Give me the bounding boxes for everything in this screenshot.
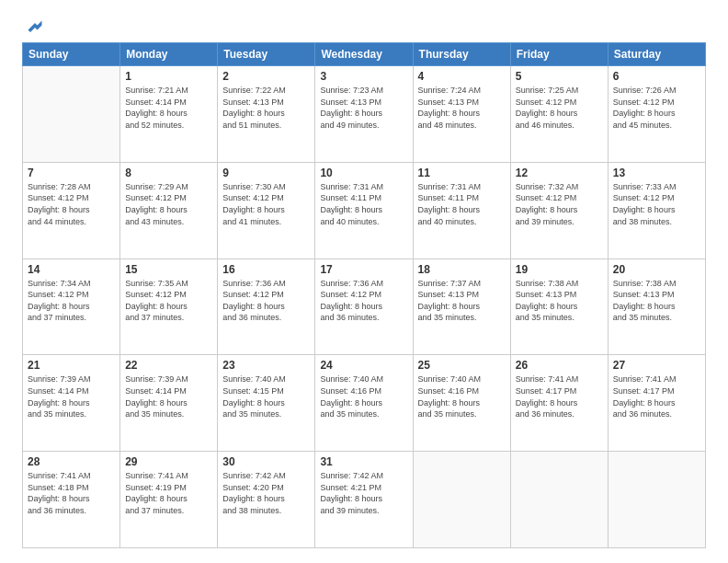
calendar-week-2: 7Sunrise: 7:28 AM Sunset: 4:12 PM Daylig… <box>23 162 706 259</box>
calendar-cell: 13Sunrise: 7:33 AM Sunset: 4:12 PM Dayli… <box>608 162 705 259</box>
calendar-cell: 4Sunrise: 7:24 AM Sunset: 4:13 PM Daylig… <box>413 66 510 163</box>
day-number: 26 <box>516 359 603 372</box>
day-number: 11 <box>418 167 506 179</box>
calendar-cell: 29Sunrise: 7:41 AM Sunset: 4:19 PM Dayli… <box>120 452 218 548</box>
day-number: 20 <box>613 263 700 276</box>
calendar-cell: 31Sunrise: 7:42 AM Sunset: 4:21 PM Dayli… <box>315 452 413 548</box>
day-info: Sunrise: 7:41 AM Sunset: 4:19 PM Dayligh… <box>125 470 212 516</box>
calendar-cell: 10Sunrise: 7:31 AM Sunset: 4:11 PM Dayli… <box>315 162 413 259</box>
day-info: Sunrise: 7:35 AM Sunset: 4:12 PM Dayligh… <box>125 278 212 324</box>
day-info: Sunrise: 7:41 AM Sunset: 4:17 PM Dayligh… <box>613 373 700 419</box>
day-number: 7 <box>28 167 115 179</box>
day-info: Sunrise: 7:30 AM Sunset: 4:12 PM Dayligh… <box>222 181 310 227</box>
day-number: 2 <box>222 70 310 83</box>
day-info: Sunrise: 7:25 AM Sunset: 4:12 PM Dayligh… <box>516 85 603 131</box>
day-number: 25 <box>418 359 506 372</box>
day-info: Sunrise: 7:38 AM Sunset: 4:13 PM Dayligh… <box>516 278 603 324</box>
day-info: Sunrise: 7:39 AM Sunset: 4:14 PM Dayligh… <box>28 373 115 419</box>
weekday-header-saturday: Saturday <box>608 43 705 66</box>
calendar-cell: 8Sunrise: 7:29 AM Sunset: 4:12 PM Daylig… <box>120 162 218 259</box>
calendar-cell: 3Sunrise: 7:23 AM Sunset: 4:13 PM Daylig… <box>315 66 413 163</box>
calendar-cell <box>413 452 510 548</box>
day-info: Sunrise: 7:36 AM Sunset: 4:12 PM Dayligh… <box>222 278 310 324</box>
calendar-week-1: 1Sunrise: 7:21 AM Sunset: 4:14 PM Daylig… <box>23 66 706 163</box>
weekday-header-tuesday: Tuesday <box>218 43 315 66</box>
day-number: 10 <box>320 167 407 179</box>
day-number: 27 <box>613 359 700 372</box>
day-info: Sunrise: 7:39 AM Sunset: 4:14 PM Dayligh… <box>125 373 212 419</box>
calendar-cell: 17Sunrise: 7:36 AM Sunset: 4:12 PM Dayli… <box>315 259 413 355</box>
day-info: Sunrise: 7:36 AM Sunset: 4:12 PM Dayligh… <box>320 278 407 324</box>
calendar-cell: 23Sunrise: 7:40 AM Sunset: 4:15 PM Dayli… <box>218 355 315 452</box>
page: SundayMondayTuesdayWednesdayThursdayFrid… <box>0 0 728 563</box>
day-info: Sunrise: 7:40 AM Sunset: 4:16 PM Dayligh… <box>320 373 407 419</box>
day-number: 3 <box>320 70 407 83</box>
day-info: Sunrise: 7:28 AM Sunset: 4:12 PM Dayligh… <box>28 181 115 227</box>
logo <box>22 18 44 33</box>
day-number: 17 <box>320 263 407 276</box>
calendar-week-3: 14Sunrise: 7:34 AM Sunset: 4:12 PM Dayli… <box>23 259 706 355</box>
calendar-cell: 26Sunrise: 7:41 AM Sunset: 4:17 PM Dayli… <box>510 355 608 452</box>
day-number: 21 <box>28 359 115 372</box>
weekday-header-sunday: Sunday <box>23 43 120 66</box>
calendar-cell: 30Sunrise: 7:42 AM Sunset: 4:20 PM Dayli… <box>218 452 315 548</box>
weekday-header-thursday: Thursday <box>413 43 510 66</box>
day-number: 9 <box>222 167 310 179</box>
day-info: Sunrise: 7:37 AM Sunset: 4:13 PM Dayligh… <box>418 278 506 324</box>
calendar-cell: 27Sunrise: 7:41 AM Sunset: 4:17 PM Dayli… <box>608 355 705 452</box>
weekday-header-friday: Friday <box>510 43 608 66</box>
calendar-cell: 24Sunrise: 7:40 AM Sunset: 4:16 PM Dayli… <box>315 355 413 452</box>
calendar-cell <box>23 66 120 163</box>
calendar-cell: 21Sunrise: 7:39 AM Sunset: 4:14 PM Dayli… <box>23 355 120 452</box>
day-number: 6 <box>613 70 700 83</box>
day-info: Sunrise: 7:33 AM Sunset: 4:12 PM Dayligh… <box>613 181 700 227</box>
day-number: 12 <box>516 167 603 179</box>
calendar-cell: 18Sunrise: 7:37 AM Sunset: 4:13 PM Dayli… <box>413 259 510 355</box>
day-info: Sunrise: 7:41 AM Sunset: 4:17 PM Dayligh… <box>516 373 603 419</box>
calendar-cell: 11Sunrise: 7:31 AM Sunset: 4:11 PM Dayli… <box>413 162 510 259</box>
calendar-cell: 28Sunrise: 7:41 AM Sunset: 4:18 PM Dayli… <box>23 452 120 548</box>
logo-bird-icon <box>26 18 44 37</box>
day-info: Sunrise: 7:21 AM Sunset: 4:14 PM Dayligh… <box>125 85 212 131</box>
calendar-cell: 15Sunrise: 7:35 AM Sunset: 4:12 PM Dayli… <box>120 259 218 355</box>
calendar-header-row: SundayMondayTuesdayWednesdayThursdayFrid… <box>23 43 706 66</box>
day-number: 13 <box>613 167 700 179</box>
day-info: Sunrise: 7:41 AM Sunset: 4:18 PM Dayligh… <box>28 470 115 516</box>
calendar-table: SundayMondayTuesdayWednesdayThursdayFrid… <box>22 42 706 548</box>
day-info: Sunrise: 7:42 AM Sunset: 4:20 PM Dayligh… <box>222 470 310 516</box>
day-number: 8 <box>125 167 212 179</box>
day-number: 28 <box>28 455 115 468</box>
calendar-cell: 25Sunrise: 7:40 AM Sunset: 4:16 PM Dayli… <box>413 355 510 452</box>
weekday-header-monday: Monday <box>120 43 218 66</box>
calendar-cell <box>510 452 608 548</box>
calendar-cell: 20Sunrise: 7:38 AM Sunset: 4:13 PM Dayli… <box>608 259 705 355</box>
day-number: 1 <box>125 70 212 83</box>
day-info: Sunrise: 7:24 AM Sunset: 4:13 PM Dayligh… <box>418 85 506 131</box>
day-info: Sunrise: 7:40 AM Sunset: 4:16 PM Dayligh… <box>418 373 506 419</box>
day-number: 24 <box>320 359 407 372</box>
calendar-cell: 5Sunrise: 7:25 AM Sunset: 4:12 PM Daylig… <box>510 66 608 163</box>
header <box>22 18 706 33</box>
calendar-cell: 22Sunrise: 7:39 AM Sunset: 4:14 PM Dayli… <box>120 355 218 452</box>
calendar-cell: 12Sunrise: 7:32 AM Sunset: 4:12 PM Dayli… <box>510 162 608 259</box>
day-number: 16 <box>222 263 310 276</box>
day-number: 23 <box>222 359 310 372</box>
day-info: Sunrise: 7:22 AM Sunset: 4:13 PM Dayligh… <box>222 85 310 131</box>
calendar-cell <box>608 452 705 548</box>
day-number: 5 <box>516 70 603 83</box>
day-info: Sunrise: 7:38 AM Sunset: 4:13 PM Dayligh… <box>613 278 700 324</box>
day-number: 15 <box>125 263 212 276</box>
day-info: Sunrise: 7:26 AM Sunset: 4:12 PM Dayligh… <box>613 85 700 131</box>
day-info: Sunrise: 7:32 AM Sunset: 4:12 PM Dayligh… <box>516 181 603 227</box>
weekday-header-wednesday: Wednesday <box>315 43 413 66</box>
calendar-week-5: 28Sunrise: 7:41 AM Sunset: 4:18 PM Dayli… <box>23 452 706 548</box>
day-info: Sunrise: 7:31 AM Sunset: 4:11 PM Dayligh… <box>418 181 506 227</box>
day-info: Sunrise: 7:31 AM Sunset: 4:11 PM Dayligh… <box>320 181 407 227</box>
day-number: 14 <box>28 263 115 276</box>
day-number: 19 <box>516 263 603 276</box>
day-number: 29 <box>125 455 212 468</box>
day-info: Sunrise: 7:40 AM Sunset: 4:15 PM Dayligh… <box>222 373 310 419</box>
day-number: 4 <box>418 70 506 83</box>
day-number: 18 <box>418 263 506 276</box>
calendar-cell: 6Sunrise: 7:26 AM Sunset: 4:12 PM Daylig… <box>608 66 705 163</box>
